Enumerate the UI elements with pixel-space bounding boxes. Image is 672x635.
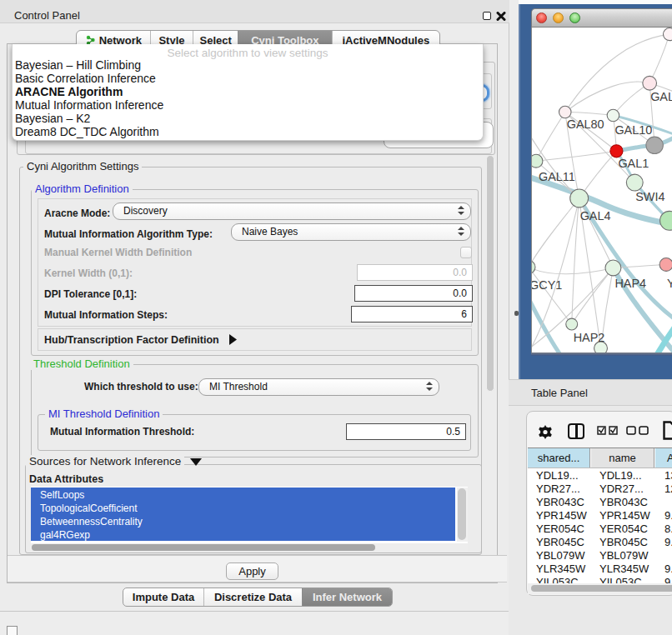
- svg-text:HAP4: HAP4: [614, 277, 646, 290]
- svg-text:SWI4: SWI4: [635, 190, 664, 203]
- svg-text:GAL1: GAL1: [618, 157, 649, 170]
- svg-text:GAL11: GAL11: [539, 170, 575, 183]
- svg-text:Y: Y: [667, 277, 672, 290]
- svg-text:GAL80: GAL80: [567, 118, 604, 131]
- svg-text:GAL10: GAL10: [614, 123, 652, 137]
- svg-text:HAP2: HAP2: [574, 331, 605, 344]
- svg-text:GCY1: GCY1: [531, 278, 562, 292]
- svg-text:GAL4: GAL4: [580, 209, 611, 222]
- svg-text:GAL: GAL: [650, 90, 672, 103]
